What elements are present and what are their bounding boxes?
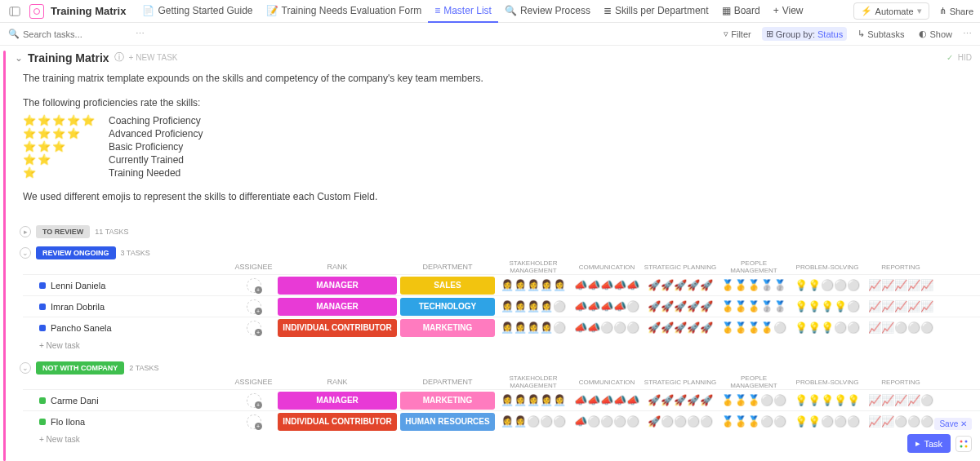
nav-tab-master-list[interactable]: ≡Master List — [428, 0, 498, 23]
doc-description-2: The following proficiencies rate the ski… — [7, 94, 980, 113]
create-task-button[interactable]: ▸ Task — [907, 434, 951, 453]
skill-cell[interactable]: 📈📈📈📈⚪ — [864, 394, 938, 406]
skill-cell[interactable]: 📈📈⚪⚪⚪ — [864, 415, 938, 428]
tab-label: Master List — [443, 5, 492, 16]
dept-badge[interactable]: HUMAN RESOURCES — [400, 413, 495, 431]
save-button[interactable]: Save ✕ — [934, 418, 972, 430]
new-task-link[interactable]: + NEW TASK — [129, 53, 178, 62]
skill-cell[interactable]: 🚀🚀🚀🚀🚀 — [644, 394, 717, 406]
skill-cell[interactable]: 💡💡⚪⚪⚪ — [791, 415, 864, 428]
subtasks-label: Subtasks — [867, 29, 904, 39]
status-pill[interactable]: NOT WITH COMPANY — [36, 361, 124, 375]
new-task-row[interactable]: + New task — [23, 338, 980, 353]
proficiency-list: ⭐⭐⭐⭐⭐Coaching Proficiency⭐⭐⭐⭐Advanced Pr… — [7, 114, 980, 179]
assignee-placeholder[interactable] — [247, 299, 261, 314]
automate-button[interactable]: ⚡ Automate ▾ — [853, 2, 929, 20]
skill-cell[interactable]: 📣📣📣📣⚪ — [570, 300, 644, 313]
skill-cell[interactable]: 💡💡⚪⚪⚪ — [791, 279, 864, 291]
collapse-icon[interactable]: ⌄ — [20, 362, 31, 374]
status-pill[interactable]: TO REVIEW — [36, 225, 90, 238]
hide-button[interactable]: HID — [958, 53, 972, 62]
skill-cell[interactable]: 👩‍💼👩‍💼👩‍💼👩‍💼⚪ — [497, 300, 570, 313]
skill-cell[interactable]: 🥇🥇🥇⚪⚪ — [717, 394, 791, 406]
skill-cell[interactable]: 👩‍💼👩‍💼👩‍💼👩‍💼⚪ — [497, 321, 570, 334]
task-row[interactable]: Imran Dobrila MANAGER TECHNOLOGY👩‍💼👩‍💼👩‍… — [23, 295, 980, 317]
task-row[interactable]: Carme Dani MANAGER MARKETING👩‍💼👩‍💼👩‍💼👩‍💼… — [23, 389, 980, 410]
col-department: DEPARTMENT — [399, 263, 497, 271]
subtasks-button[interactable]: ↳ Subtasks — [853, 27, 908, 41]
groupby-button[interactable]: ⊞ Group by: Status — [762, 27, 848, 41]
nav-tab-training-needs-evaluation-form[interactable]: 📝Training Needs Evaluation Form — [260, 0, 429, 23]
dept-badge[interactable]: TECHNOLOGY — [400, 298, 495, 316]
info-icon[interactable]: ⓘ — [114, 51, 124, 64]
dept-badge[interactable]: MARKETING — [400, 392, 495, 410]
collapse-icon[interactable]: ⌄ — [20, 247, 31, 259]
check-icon[interactable]: ✓ — [947, 53, 953, 62]
assignee-placeholder[interactable] — [247, 393, 261, 408]
skill-cell[interactable]: 📣📣⚪⚪⚪ — [570, 321, 644, 334]
nav-tab-view[interactable]: +View — [767, 0, 810, 23]
skill-cell[interactable]: 📣📣📣📣📣 — [570, 279, 644, 291]
more-icon[interactable]: ⋯ — [963, 29, 972, 39]
rank-badge[interactable]: MANAGER — [278, 277, 397, 295]
search-icon: 🔍 — [8, 29, 20, 39]
assignee-placeholder[interactable] — [247, 278, 261, 293]
task-row[interactable]: Pancho Sanela INDIVIDUAL CONTRIBUTOR MAR… — [23, 317, 980, 338]
rank-badge[interactable]: INDIVIDUAL CONTRIBUTOR — [278, 319, 397, 337]
apps-icon[interactable] — [956, 436, 972, 452]
filter-button[interactable]: ▿ Filter — [719, 27, 755, 41]
search-input[interactable] — [23, 29, 96, 39]
nav-tab-getting-started-guide[interactable]: 📄Getting Started Guide — [136, 0, 259, 23]
more-icon[interactable]: ⋯ — [136, 29, 145, 39]
skill-cell[interactable]: 💡💡💡💡💡 — [791, 394, 864, 406]
task-row[interactable]: Lenni Daniela MANAGER SALES👩‍💼👩‍💼👩‍💼👩‍💼👩… — [23, 274, 980, 295]
task-count: 11 TASKS — [95, 228, 128, 236]
skill-cell[interactable]: 🚀⚪⚪⚪⚪ — [644, 415, 717, 428]
skill-cell[interactable]: 💡💡💡⚪⚪ — [791, 321, 864, 334]
svg-point-2 — [960, 440, 963, 442]
tab-label: Review Process — [520, 5, 590, 16]
skill-cell[interactable]: 📣📣📣📣📣 — [570, 394, 644, 406]
skill-cell[interactable]: 🚀🚀🚀🚀🚀 — [644, 300, 717, 313]
tab-label: Training Needs Evaluation Form — [282, 5, 422, 16]
skill-cell[interactable]: 📈📈⚪⚪⚪ — [864, 321, 938, 334]
skill-cell[interactable]: 🥇🥇🥇🥇⚪ — [717, 321, 791, 334]
expand-icon[interactable]: ▸ — [20, 226, 31, 237]
skill-cell[interactable]: 📈📈📈📈📈 — [864, 300, 938, 313]
skill-cell[interactable]: 👩‍💼👩‍💼👩‍💼👩‍💼👩‍💼 — [497, 279, 570, 291]
search-box[interactable]: 🔍 — [8, 29, 96, 39]
new-task-row[interactable]: + New task — [23, 432, 980, 447]
skill-cell[interactable]: 🥇🥇🥇🥈🥈 — [717, 279, 791, 291]
dept-badge[interactable]: SALES — [400, 277, 495, 295]
rank-badge[interactable]: INDIVIDUAL CONTRIBUTOR — [278, 413, 397, 431]
show-button[interactable]: ◐ Show — [915, 27, 956, 41]
skill-cell[interactable]: 👩‍💼👩‍💼⚪⚪⚪ — [497, 415, 570, 428]
skill-cell[interactable]: 🚀🚀🚀🚀🚀 — [644, 321, 717, 334]
automate-label: Automate — [875, 7, 914, 16]
skill-cell[interactable]: 🥇🥇🥇🥈🥈 — [717, 300, 791, 313]
task-row[interactable]: Flo Ilona INDIVIDUAL CONTRIBUTOR HUMAN R… — [23, 410, 980, 432]
skill-cell[interactable]: 🥇🥇🥇⚪⚪ — [717, 415, 791, 428]
status-pill[interactable]: REVIEW ONGOING — [36, 246, 116, 259]
proficiency-label: Training Needed — [109, 167, 180, 179]
svg-rect-0 — [10, 7, 20, 16]
skill-cell[interactable]: 💡💡💡💡⚪ — [791, 300, 864, 313]
assignee-placeholder[interactable] — [247, 414, 261, 429]
rank-badge[interactable]: MANAGER — [278, 298, 397, 316]
skill-cell[interactable]: 🚀🚀🚀🚀🚀 — [644, 279, 717, 291]
nav-tab-board[interactable]: ▦Board — [715, 0, 767, 23]
sidebar-toggle-icon[interactable] — [7, 3, 23, 20]
skill-cell[interactable]: 📈📈📈📈📈 — [864, 279, 938, 291]
tab-label: Board — [734, 5, 760, 16]
col-department: DEPARTMENT — [399, 378, 497, 386]
collapse-icon[interactable]: ⌄ — [15, 52, 23, 64]
assignee-placeholder[interactable] — [247, 321, 261, 335]
nav-tab-skills-per-department[interactable]: ≣Skills per Department — [597, 0, 715, 23]
dept-badge[interactable]: MARKETING — [400, 319, 495, 337]
col-skill: REPORTING — [864, 379, 938, 386]
rank-badge[interactable]: MANAGER — [278, 392, 397, 410]
skill-cell[interactable]: 👩‍💼👩‍💼👩‍💼👩‍💼👩‍💼 — [497, 394, 570, 406]
share-button[interactable]: ⋔ Share — [939, 6, 973, 16]
nav-tab-review-process[interactable]: 🔍Review Process — [498, 0, 597, 23]
skill-cell[interactable]: 📣⚪⚪⚪⚪ — [570, 415, 644, 428]
